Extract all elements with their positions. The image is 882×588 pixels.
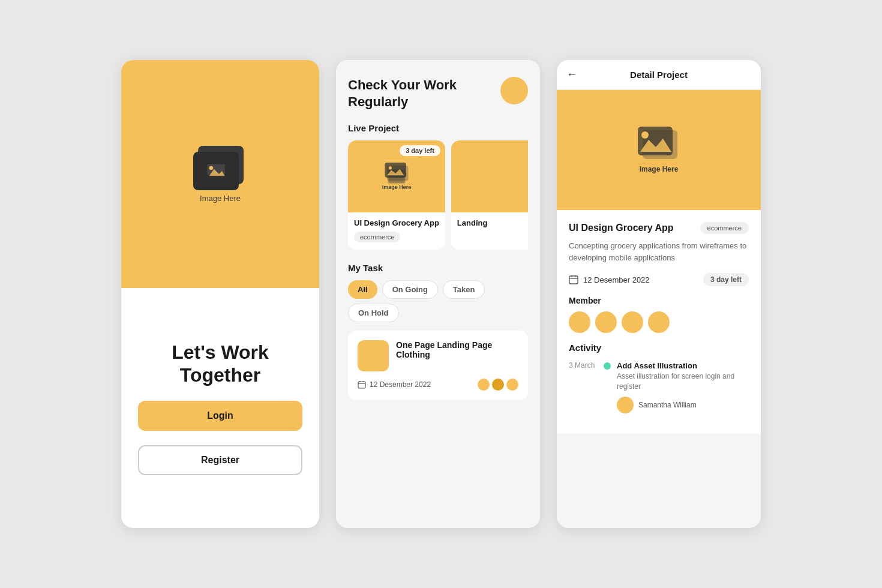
- project-card-2[interactable]: Landing: [451, 140, 528, 250]
- detail-date-row: 12 Desember 2022 3 day left: [569, 273, 749, 286]
- screen-dashboard: Check Your Work Regularly Live Project 3…: [336, 60, 540, 528]
- login-button[interactable]: Login: [138, 401, 302, 431]
- project-name-1: UI Design Grocery App: [354, 218, 439, 227]
- detail-topbar-title: Detail Project: [630, 70, 688, 80]
- filter-ongoing[interactable]: On Going: [382, 280, 438, 299]
- member-dot-2: [492, 379, 504, 391]
- activity-item: 3 March Add Asset Illustration Asset ill…: [569, 361, 749, 413]
- activity-dot-col: [604, 361, 611, 413]
- register-button[interactable]: Register: [138, 445, 302, 475]
- member-avatar-2: [595, 311, 617, 333]
- image-label: Image Here: [200, 194, 241, 203]
- task-meta: 12 Desember 2022: [358, 379, 518, 391]
- detail-project-tag: ecommerce: [700, 222, 749, 234]
- filter-onhold[interactable]: On Hold: [348, 304, 399, 322]
- filter-taken[interactable]: Taken: [443, 280, 485, 299]
- detail-days-badge: 3 day left: [703, 273, 749, 286]
- member-avatar-1: [569, 311, 590, 333]
- image-icon: [193, 146, 247, 190]
- project-tag-1: ecommerce: [354, 232, 400, 242]
- svg-point-12: [389, 166, 392, 169]
- filter-all[interactable]: All: [348, 280, 377, 299]
- task-card-header: One Page Landing Page Clothing: [358, 340, 518, 371]
- task-card[interactable]: One Page Landing Page Clothing 12 Desemb…: [348, 331, 528, 400]
- back-button[interactable]: ←: [566, 68, 577, 81]
- member-avatar-3: [622, 311, 643, 333]
- project-thumb-2: [451, 140, 528, 212]
- calendar-icon-detail: [569, 275, 578, 284]
- activity-title: Activity: [569, 343, 749, 353]
- login-title: Let's Work Together: [138, 341, 302, 387]
- detail-description: Concepting grocery applications from wir…: [569, 240, 749, 263]
- member-section: Member: [569, 296, 749, 333]
- detail-content: Image Here UI Design Grocery App ecommer…: [557, 90, 761, 528]
- detail-image-label: Image Here: [640, 165, 679, 173]
- dashboard-header: Check Your Work Regularly: [348, 77, 528, 110]
- activity-name: Add Asset Illustration: [617, 361, 749, 370]
- project-name-2: Landing: [457, 218, 528, 227]
- activity-section: Activity 3 March Add Asset Illustration …: [569, 343, 749, 413]
- projects-row: 3 day left Image Here: [348, 140, 528, 250]
- task-filters: All On Going Taken On Hold: [348, 280, 528, 322]
- screen-detail: ← Detail Project Image Here UI Design Gr…: [557, 60, 761, 528]
- svg-rect-14: [358, 382, 365, 388]
- user-avatar[interactable]: [500, 77, 528, 104]
- dashboard-title: Check Your Work Regularly: [348, 77, 500, 110]
- svg-point-20: [641, 131, 649, 139]
- activity-info: Add Asset Illustration Asset illustratio…: [617, 361, 749, 413]
- member-dot-3: [506, 379, 518, 391]
- detail-project-header: UI Design Grocery App ecommerce: [569, 222, 749, 234]
- svg-point-6: [209, 166, 214, 170]
- member-title: Member: [569, 296, 749, 305]
- activity-dot: [604, 362, 611, 370]
- detail-image-icon: [638, 127, 680, 161]
- member-dot-1: [478, 379, 490, 391]
- days-badge-1: 3 day left: [400, 145, 440, 156]
- screen-login: Image Here Let's Work Together Login Reg…: [121, 60, 319, 528]
- activity-username: Samantha William: [638, 401, 697, 409]
- login-hero: Image Here: [121, 60, 319, 288]
- task-date: 12 Desember 2022: [358, 380, 431, 389]
- activity-user: Samantha William: [617, 397, 749, 413]
- detail-body: UI Design Grocery App ecommerce Concepti…: [557, 210, 761, 434]
- my-task-label: My Task: [348, 263, 528, 273]
- activity-user-avatar: [617, 397, 634, 413]
- detail-hero: Image Here: [557, 90, 761, 210]
- task-name: One Page Landing Page Clothing: [396, 340, 518, 359]
- project-card-1[interactable]: 3 day left Image Here: [348, 140, 445, 250]
- detail-topbar: ← Detail Project: [557, 60, 761, 90]
- activity-date: 3 March: [569, 361, 598, 413]
- activity-description: Asset illustration for screen login and …: [617, 371, 749, 392]
- task-thumbnail: [358, 340, 389, 371]
- project-info-2: Landing: [451, 212, 528, 238]
- project-info-1: UI Design Grocery App ecommerce: [348, 212, 445, 250]
- login-body: Let's Work Together Login Register: [121, 288, 319, 528]
- project-thumb-1: 3 day left Image Here: [348, 140, 445, 212]
- image-placeholder: Image Here: [193, 146, 247, 203]
- member-avatar-4: [648, 311, 670, 333]
- detail-date: 12 Desember 2022: [569, 275, 650, 284]
- task-member-dots: [478, 379, 518, 391]
- member-avatars: [569, 311, 749, 333]
- detail-project-name: UI Design Grocery App: [569, 223, 674, 233]
- dashboard-content: Check Your Work Regularly Live Project 3…: [336, 60, 540, 528]
- calendar-icon: [358, 380, 366, 389]
- svg-rect-22: [569, 276, 578, 284]
- live-project-label: Live Project: [348, 123, 528, 133]
